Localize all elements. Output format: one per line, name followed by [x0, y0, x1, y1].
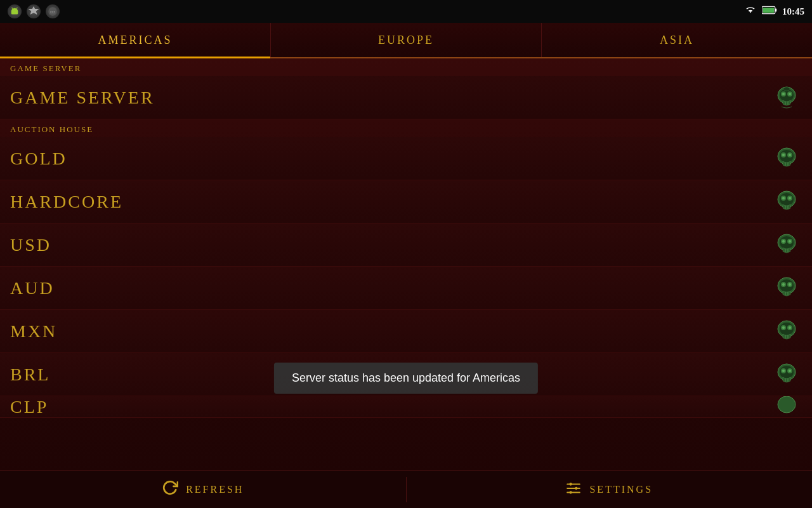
game-server-row[interactable]: Game Server [0, 76, 812, 119]
clp-name: CLP [10, 397, 48, 417]
battery-icon [762, 6, 777, 17]
svg-point-47 [789, 283, 791, 286]
status-left-icons: D3 [8, 4, 60, 18]
mxn-row[interactable]: MXN [0, 310, 812, 353]
settings-icon [27, 4, 41, 18]
svg-point-46 [782, 283, 785, 286]
clp-row-partial[interactable]: CLP [0, 396, 812, 418]
svg-point-70 [570, 483, 572, 485]
status-right-icons: 10:45 [744, 5, 804, 18]
app-icon: D3 [46, 4, 60, 18]
mxn-skull [771, 316, 802, 347]
svg-point-54 [782, 326, 785, 329]
usd-skull [771, 230, 802, 260]
aud-name: AUD [10, 278, 55, 298]
gold-skull [771, 144, 802, 174]
auction-house-section-label: Auction House [0, 119, 812, 137]
svg-point-23 [789, 154, 791, 156]
android-icon [8, 4, 22, 18]
gold-row[interactable]: Gold [0, 137, 812, 180]
svg-point-38 [782, 240, 785, 243]
clock: 10:45 [782, 6, 804, 17]
settings-button[interactable]: Settings [407, 471, 813, 508]
svg-rect-8 [763, 8, 775, 13]
toast-notification: Server status has been updated for Ameri… [274, 363, 538, 394]
gold-name: Gold [10, 149, 67, 169]
svg-rect-7 [775, 9, 776, 12]
hardcore-row[interactable]: Hardcore [0, 180, 812, 224]
tab-asia[interactable]: Asia [542, 23, 812, 57]
game-server-section-label: Game Server [0, 58, 812, 76]
brl-name: BRL [10, 364, 50, 385]
svg-line-3 [16, 8, 18, 9]
content-area: Game Server Game Server [0, 58, 812, 470]
svg-point-30 [782, 197, 785, 199]
clp-skull [771, 396, 802, 418]
svg-point-17 [783, 87, 790, 91]
svg-point-71 [575, 486, 578, 489]
game-server-skull [771, 83, 802, 113]
region-tabs: Americas Europe Asia [0, 23, 812, 58]
aud-skull [771, 273, 802, 304]
usd-row[interactable]: USD [0, 224, 812, 267]
svg-point-31 [789, 197, 791, 199]
svg-line-2 [12, 8, 13, 9]
svg-text:D3: D3 [50, 10, 56, 14]
svg-point-62 [782, 370, 785, 372]
usd-name: USD [10, 235, 51, 255]
svg-point-66 [778, 396, 796, 413]
hardcore-name: Hardcore [10, 192, 123, 212]
tab-americas[interactable]: Americas [0, 23, 271, 57]
tab-europe[interactable]: Europe [271, 23, 542, 57]
status-bar: D3 10:45 [0, 0, 812, 23]
svg-point-72 [570, 491, 572, 493]
svg-point-22 [782, 154, 785, 156]
svg-point-63 [789, 370, 791, 372]
aud-row[interactable]: AUD [0, 267, 812, 310]
svg-point-13 [782, 93, 785, 95]
mxn-name: MXN [10, 321, 57, 342]
game-server-name: Game Server [10, 88, 155, 108]
hardcore-skull [771, 187, 802, 217]
bottom-toolbar: Refresh Settings [0, 470, 812, 508]
svg-point-14 [789, 93, 791, 95]
svg-point-55 [789, 326, 791, 329]
svg-point-39 [789, 240, 791, 243]
settings-icon [565, 480, 582, 499]
app-container: Americas Europe Asia Game Server Game Se… [0, 23, 812, 508]
refresh-icon [162, 479, 178, 500]
wifi-icon [744, 5, 757, 18]
brl-skull [771, 359, 802, 390]
refresh-button[interactable]: Refresh [0, 471, 406, 508]
